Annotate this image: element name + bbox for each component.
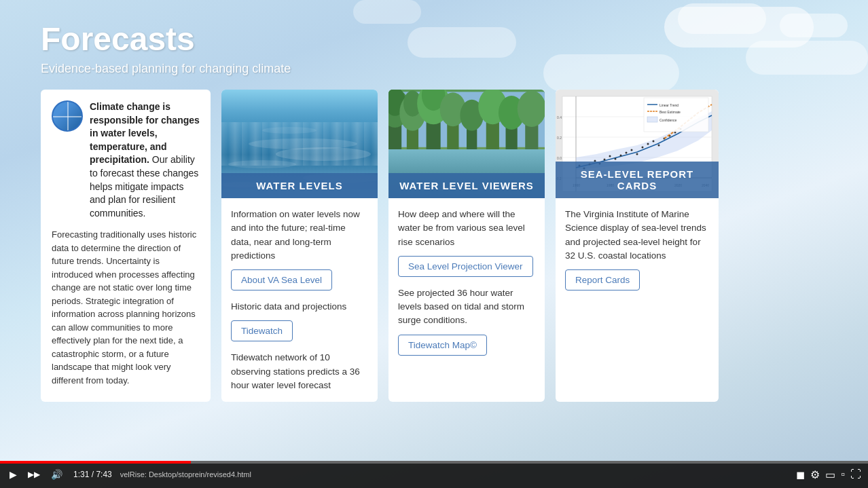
svg-point-52: [636, 153, 638, 155]
svg-point-28: [518, 90, 545, 127]
water-levels-image: WATER LEVELS: [221, 90, 378, 198]
theater-mode-icon[interactable]: ▭: [825, 468, 835, 481]
svg-text:Confidence: Confidence: [659, 118, 677, 122]
water-viewers-description: How deep and where will the water be fro…: [398, 208, 535, 249]
main-content: Forecasts Evidence-based planning for ch…: [0, 0, 868, 402]
svg-point-48: [615, 158, 617, 160]
svg-point-51: [631, 149, 633, 151]
water-viewers-sub-description: See projected 36 hour water levels based…: [398, 286, 535, 328]
report-cards-content: The Virginia Institute of Marine Science…: [556, 198, 719, 402]
report-cards-description: The Virginia Institute of Marine Science…: [565, 208, 709, 263]
sea-level-projection-viewer-button[interactable]: Sea Level Projection Viewer: [398, 256, 533, 277]
water-levels-content: Information on water levels now and into…: [221, 198, 378, 402]
water-levels-description: Information on water levels now and into…: [231, 208, 368, 263]
svg-point-29: [401, 164, 454, 170]
svg-point-47: [609, 155, 611, 157]
video-controls-bar: ▶ ▶▶ 🔊 1:31 / 7:43 velRise: Desktop/stop…: [0, 461, 868, 488]
intro-card-header: Climate change is responsible for change…: [52, 100, 200, 220]
report-cards-button[interactable]: Report Cards: [565, 269, 640, 290]
water-viewers-image: WATER LEVEL VIEWERS: [388, 90, 545, 198]
svg-rect-66: [647, 117, 657, 122]
settings-icon[interactable]: ⚙: [810, 468, 820, 481]
url-display: velRise: Desktop/stoprein/revised4.html: [120, 470, 791, 478]
water-levels-card: WATER LEVELS Information on water levels…: [221, 90, 378, 402]
volume-button[interactable]: 🔊: [48, 468, 65, 481]
svg-text:0.4: 0.4: [557, 115, 562, 119]
water-levels-label: WATER LEVELS: [221, 173, 378, 198]
svg-point-4: [276, 147, 371, 161]
miniplayer-icon[interactable]: ▫: [841, 468, 845, 481]
progress-bar-fill: [0, 461, 191, 464]
water-viewers-label: WATER LEVEL VIEWERS: [388, 173, 545, 198]
svg-text:0.0: 0.0: [557, 156, 562, 160]
globe-icon: [52, 100, 83, 132]
controls-right: ◼ ⚙ ▭ ▫ ⛶: [796, 468, 861, 481]
water-levels-sub-label: Historic data and projections: [231, 300, 368, 314]
intro-body-text: Forecasting traditionally uses historic …: [52, 228, 200, 387]
svg-text:Linear Trend: Linear Trend: [659, 103, 679, 107]
play-button[interactable]: ▶: [7, 468, 20, 481]
water-viewers-content: How deep and where will the water be fro…: [388, 198, 545, 402]
intro-card: Climate change is responsible for change…: [41, 90, 211, 402]
svg-point-1: [228, 160, 296, 168]
page-title: Forecasts: [41, 20, 827, 58]
fullscreen-icon[interactable]: ⛶: [850, 468, 861, 481]
tidewatch-map-button[interactable]: Tidewatch Map©: [398, 335, 487, 356]
svg-rect-9: [388, 147, 545, 160]
report-cards-label: SEA-LEVEL REPORT CARDS: [556, 162, 719, 198]
progress-bar-container[interactable]: [0, 461, 868, 464]
intro-headline: Climate change is responsible for change…: [90, 100, 200, 220]
svg-point-0: [249, 138, 357, 149]
svg-point-54: [647, 143, 649, 145]
header-section: Forecasts Evidence-based planning for ch…: [41, 20, 827, 76]
svg-point-53: [642, 147, 644, 149]
time-display: 1:31 / 7:43: [73, 470, 112, 479]
page-subtitle: Evidence-based planning for changing cli…: [41, 62, 827, 76]
svg-point-56: [658, 145, 660, 147]
about-va-sea-level-button[interactable]: About VA Sea Level: [231, 269, 332, 290]
skip-forward-button[interactable]: ▶▶: [25, 468, 43, 481]
cards-container: Climate change is responsible for change…: [41, 90, 827, 402]
svg-rect-8: [388, 153, 545, 160]
report-cards-image: Linear Trend Best Estimate Confidence 0.…: [556, 90, 719, 198]
svg-point-46: [604, 159, 606, 161]
svg-point-3: [262, 127, 317, 134]
svg-point-49: [620, 155, 622, 157]
svg-text:0.2: 0.2: [557, 136, 562, 140]
svg-text:Best Estimate: Best Estimate: [659, 110, 681, 114]
water-levels-footer-text: Tidewatch network of 10 observing statio…: [231, 351, 368, 392]
svg-point-50: [626, 152, 628, 154]
report-cards-card: Linear Trend Best Estimate Confidence 0.…: [556, 90, 719, 402]
water-viewers-card: WATER LEVEL VIEWERS How deep and where w…: [388, 90, 545, 402]
svg-point-55: [653, 140, 655, 143]
subtitles-icon[interactable]: ◼: [796, 468, 805, 481]
tidewatch-button[interactable]: Tidewatch: [231, 320, 293, 341]
